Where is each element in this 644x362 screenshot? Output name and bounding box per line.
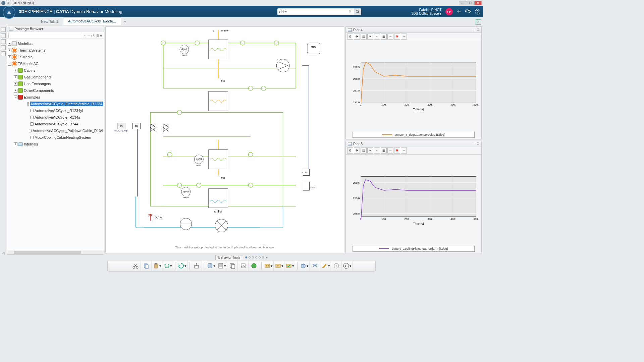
avatar[interactable]: FP bbox=[445, 8, 453, 15]
cut-button[interactable] bbox=[131, 261, 141, 270]
animate-button[interactable]: ▾ bbox=[274, 261, 284, 270]
layers-button[interactable] bbox=[310, 261, 320, 270]
tree-hscroll[interactable] bbox=[7, 250, 104, 254]
tree-tsmobileac[interactable]: −TSMobileAC bbox=[8, 60, 103, 67]
properties-button[interactable]: ▾ bbox=[217, 261, 227, 270]
ptb-move[interactable]: ✥ bbox=[354, 34, 360, 40]
tab-add-icon[interactable]: + bbox=[121, 18, 128, 25]
ptb-h[interactable]: ═ bbox=[387, 34, 393, 40]
diagram-canvas[interactable]: chiller PI 25 set_T_Liq_degC dp/dtder(p)… bbox=[105, 26, 344, 253]
behavior-tools-label[interactable]: Behavior Tools bbox=[215, 255, 243, 260]
tree-heatexchangers[interactable]: +HeatExchangers bbox=[8, 80, 103, 87]
ptb-zoom[interactable]: ▤ bbox=[361, 34, 367, 40]
tree-ex2[interactable]: AutomotiveACCycle_R1234yf bbox=[8, 107, 103, 114]
library-button[interactable]: L▾ bbox=[342, 261, 353, 270]
tab-model[interactable]: AutomotiveACCycle_Electri... bbox=[63, 17, 121, 25]
tree-thermalsystems[interactable]: +ThermalSystems bbox=[8, 47, 103, 54]
svg-text:300.: 300. bbox=[427, 103, 432, 106]
collapse-icon[interactable]: ◁ bbox=[2, 251, 5, 255]
plot3-min-icon[interactable]: — bbox=[473, 142, 476, 145]
tree-tsmedia[interactable]: +TSMedia bbox=[8, 54, 103, 60]
tab-new1[interactable]: New Tab 1 bbox=[36, 18, 63, 25]
back-icon[interactable]: ← bbox=[84, 34, 87, 37]
maximize-button[interactable]: ☐ bbox=[467, 1, 474, 5]
search-input[interactable] bbox=[277, 10, 346, 14]
view3d-button[interactable]: ▾ bbox=[300, 261, 310, 270]
duplicate-button[interactable] bbox=[228, 261, 238, 270]
lt-btn5[interactable] bbox=[1, 51, 6, 56]
tree-ex5[interactable]: AutomotiveACCycle_PulldownCabin_R134 bbox=[8, 127, 103, 134]
ptb-move[interactable]: ✥ bbox=[354, 147, 360, 154]
ptb-cut[interactable]: ✂ bbox=[367, 147, 373, 154]
compass-icon[interactable] bbox=[3, 6, 15, 19]
svg-rect-111 bbox=[286, 264, 291, 267]
filter-icon[interactable]: ☰ bbox=[96, 34, 99, 37]
up-icon[interactable]: ↑ bbox=[91, 34, 93, 37]
tree-ex6[interactable]: MotorCoolingCabinHeatingSystem bbox=[8, 134, 103, 141]
simulate-button[interactable]: ▾ bbox=[264, 261, 274, 270]
ptb-back[interactable]: ← bbox=[374, 34, 380, 40]
tree-modelica[interactable]: +Modelica bbox=[8, 40, 103, 47]
copy-button[interactable] bbox=[142, 261, 152, 270]
minimize-button[interactable]: — bbox=[459, 1, 466, 5]
tree-ex4[interactable]: AutomotiveACCycle_R744 bbox=[8, 121, 103, 127]
tree-othercomponents[interactable]: +OtherComponents bbox=[8, 87, 103, 94]
plot3-close-icon[interactable]: ☐ bbox=[477, 142, 479, 145]
ptb-h[interactable]: ═ bbox=[387, 147, 393, 154]
undo-button[interactable]: ▾ bbox=[163, 261, 173, 270]
tree-examples[interactable]: −Examples bbox=[8, 94, 103, 101]
ptb-grid[interactable]: ▦ bbox=[381, 147, 387, 154]
export-button[interactable] bbox=[192, 261, 202, 270]
ptb-cfg[interactable]: ⚙ bbox=[347, 147, 353, 154]
lt-btn3[interactable] bbox=[1, 39, 6, 44]
svg-text:400.: 400. bbox=[450, 218, 455, 221]
svg-point-2 bbox=[161, 41, 166, 45]
clear-search-icon[interactable]: ✕ bbox=[346, 8, 354, 15]
tree-ex1[interactable]: AutomotiveACCycle_ElectricVehicle_R1234 bbox=[8, 101, 103, 107]
plot3-chart[interactable]: 298.5299.0299.50.100.200.300.400.500.Tim… bbox=[348, 157, 479, 243]
tree-gascomponents[interactable]: +GasComponents bbox=[8, 74, 103, 80]
package-search-input[interactable] bbox=[8, 33, 82, 38]
ptb-del[interactable]: ✖ bbox=[394, 147, 400, 154]
share-icon[interactable] bbox=[465, 9, 471, 14]
lt-btn4[interactable] bbox=[1, 45, 6, 50]
lt-btn2[interactable] bbox=[1, 33, 6, 38]
ptb-back[interactable]: ← bbox=[374, 147, 380, 154]
paste-button[interactable]: ▾ bbox=[152, 261, 162, 270]
plot4-close-icon[interactable]: ☐ bbox=[477, 28, 479, 32]
database-button[interactable]: ▾ bbox=[206, 261, 216, 270]
tree-cabins[interactable]: +Cabins bbox=[8, 67, 103, 74]
user-info[interactable]: Fabrice PINOT3DS Collab Space ▾ bbox=[412, 8, 442, 15]
ptb-grid[interactable]: ▦ bbox=[381, 34, 387, 40]
add-icon[interactable]: + bbox=[457, 8, 461, 15]
svg-text:m_flow: m_flow bbox=[221, 29, 228, 32]
script-button[interactable]: </> bbox=[238, 261, 249, 270]
svg-text:297.0: 297.0 bbox=[353, 101, 360, 104]
plot4-min-icon[interactable]: — bbox=[473, 28, 476, 32]
next-button[interactable] bbox=[332, 261, 342, 270]
ptb-sig[interactable]: 〰 bbox=[401, 147, 407, 154]
close-button[interactable]: ✕ bbox=[474, 1, 482, 5]
behavior-dropdown-icon[interactable]: ▾ bbox=[266, 256, 268, 259]
ptb-zoom[interactable]: ▤ bbox=[361, 147, 367, 154]
ptb-cut[interactable]: ✂ bbox=[367, 34, 373, 40]
refresh-icon[interactable]: ↻ bbox=[93, 34, 96, 37]
lt-btn1[interactable] bbox=[1, 27, 6, 32]
tree-internals[interactable]: +Internals bbox=[8, 141, 103, 147]
check-button[interactable]: ▾ bbox=[285, 261, 295, 270]
edit-button[interactable]: ▾ bbox=[321, 261, 331, 270]
help-icon[interactable]: ? bbox=[475, 9, 480, 14]
tree-ex3[interactable]: AutomotiveACCycle_R134a bbox=[8, 114, 103, 121]
update-button[interactable]: ▾ bbox=[177, 261, 187, 270]
fav-icon[interactable]: ★ bbox=[100, 34, 102, 37]
ptb-cfg[interactable]: ⚙ bbox=[347, 34, 353, 40]
svg-point-7 bbox=[261, 86, 266, 90]
ptb-del[interactable]: ✖ bbox=[394, 34, 400, 40]
plot4-chart[interactable]: 297.0297.5298.0298.50.100.200.300.400.50… bbox=[348, 42, 479, 128]
info-button[interactable]: i bbox=[249, 261, 259, 270]
tab-expand-icon[interactable]: ⤢ bbox=[476, 19, 481, 25]
svg-point-6 bbox=[248, 86, 253, 90]
fwd-icon[interactable]: → bbox=[87, 34, 90, 37]
ptb-sig[interactable]: 〰 bbox=[401, 34, 407, 40]
search-icon[interactable] bbox=[354, 8, 361, 15]
